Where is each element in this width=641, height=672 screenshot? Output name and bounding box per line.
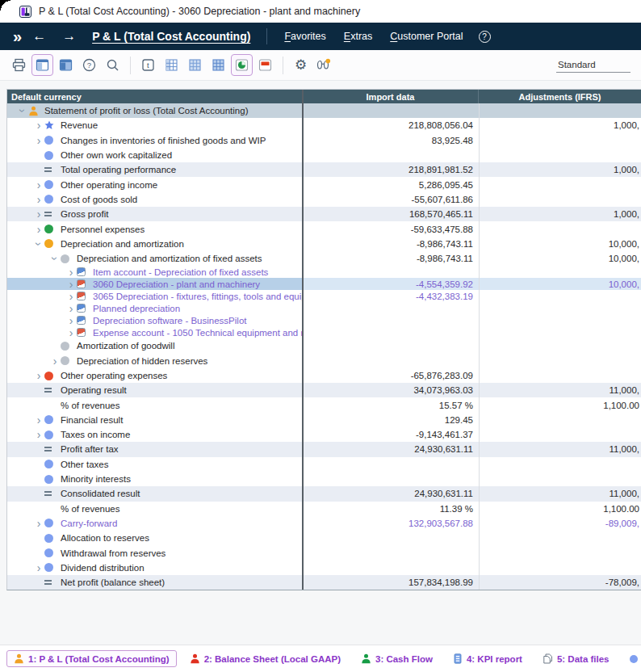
tree-row[interactable]: Amortization of goodwill bbox=[7, 338, 641, 353]
tree-row[interactable]: Operating result34,073,963.0311,000, bbox=[7, 383, 641, 397]
print-button[interactable] bbox=[8, 54, 30, 76]
search-button[interactable] bbox=[102, 54, 124, 76]
import-data-value bbox=[303, 266, 479, 278]
bottom-tab[interactable]: 3: Cash Flow bbox=[354, 650, 440, 667]
back-arrow-icon[interactable]: ← bbox=[24, 28, 54, 44]
tree-row[interactable]: ›Carry-forward132,903,567.88-89,009, bbox=[7, 516, 641, 531]
chevron-right-icon[interactable]: › bbox=[33, 135, 44, 146]
import-data-value: 15.57 % bbox=[303, 397, 479, 412]
chevron-right-icon[interactable]: › bbox=[33, 224, 44, 235]
grid-view-2-button[interactable] bbox=[184, 54, 206, 76]
column-header-adjustments-ifrs[interactable]: Adjustments (IFRS) bbox=[479, 90, 641, 103]
tree-row[interactable]: ›Taxes on income-9,143,461.37 bbox=[7, 427, 641, 442]
tree-row[interactable]: ›Revenue218,808,056.041,000, bbox=[7, 118, 641, 132]
chevron-down-icon[interactable]: › bbox=[49, 253, 61, 264]
tree-row[interactable]: Allocation to reserves bbox=[7, 531, 641, 545]
find-values-button[interactable] bbox=[313, 54, 335, 76]
chevron-right-icon[interactable]: › bbox=[33, 208, 44, 220]
column-header-default-currency[interactable]: Default currency bbox=[7, 90, 303, 103]
chevron-right-icon[interactable]: › bbox=[65, 267, 77, 278]
tree-row[interactable]: ›Expense account - 1050 Technical equipm… bbox=[7, 326, 641, 338]
split-view-button[interactable] bbox=[31, 54, 53, 76]
profile-selector[interactable]: Standard bbox=[556, 57, 631, 73]
tree-row[interactable]: ›3065 Depreciation - fixtures, fittings,… bbox=[7, 290, 641, 302]
tree-row[interactable]: ›3060 Depreciation - plant and machinery… bbox=[7, 278, 641, 290]
panel-view-button[interactable] bbox=[55, 54, 77, 76]
tree-row[interactable]: ›Financial result129.45 bbox=[7, 413, 641, 427]
tree-row[interactable]: Total operating performance218,891,981.5… bbox=[7, 162, 641, 177]
tree-row[interactable]: ›Depreciation software - BusinessPilot bbox=[7, 314, 641, 326]
chevron-right-icon[interactable]: › bbox=[65, 279, 77, 290]
chevron-right-icon[interactable]: › bbox=[65, 315, 77, 326]
tree-row[interactable]: ›Other operating expenses-65,876,283.09 bbox=[7, 368, 641, 383]
chevron-down-icon[interactable]: › bbox=[33, 238, 44, 250]
row-label-cell: ›Other operating income bbox=[7, 177, 303, 191]
chevron-right-icon[interactable]: › bbox=[33, 562, 44, 573]
row-label-cell: ›Other operating expenses bbox=[7, 368, 303, 383]
bottom-tab[interactable]: 2: Balance Sheet (Local GAAP) bbox=[182, 650, 348, 667]
adjustments-ifrs-value bbox=[479, 148, 641, 162]
chevron-right-icon[interactable]: › bbox=[49, 355, 61, 367]
chevron-right-icon[interactable]: › bbox=[65, 327, 77, 338]
tree-row[interactable]: ›Other operating income5,286,095.45 bbox=[7, 177, 641, 191]
tree-row[interactable]: Other own work capitalized bbox=[7, 148, 641, 162]
bottom-tab[interactable]: 4: KPI report bbox=[446, 650, 530, 667]
tree-row[interactable]: Minority interests bbox=[7, 472, 641, 486]
nav-menu-item[interactable]: Customer Portal bbox=[390, 31, 463, 42]
expand-sidebar-icon[interactable]: » bbox=[10, 27, 24, 46]
tree-row[interactable]: Other taxes bbox=[7, 457, 641, 472]
bottom-tab[interactable]: 5: Data files bbox=[535, 650, 617, 667]
current-view-title[interactable]: P & L (Total Cost Accounting) bbox=[92, 30, 250, 43]
data-cube-button[interactable] bbox=[231, 54, 253, 76]
grid-view-1-button[interactable] bbox=[161, 54, 182, 76]
tab-label: 4: KPI report bbox=[467, 654, 522, 664]
text-view-button[interactable]: t bbox=[137, 54, 159, 76]
tree-row[interactable]: ›Depreciation and amortization-8,986,743… bbox=[7, 237, 641, 251]
row-label: Carry-forward bbox=[59, 519, 117, 528]
report-button[interactable] bbox=[254, 54, 276, 76]
column-header-import-data[interactable]: Import data bbox=[303, 90, 479, 103]
bottom-tab[interactable]: 6: Other own work capit bbox=[622, 651, 641, 667]
tree-row[interactable]: % of revenues11.39 %1,100.00 bbox=[7, 502, 641, 516]
tree-row[interactable]: ›Planned depreciation bbox=[7, 302, 641, 314]
adjustments-ifrs-value bbox=[479, 302, 641, 314]
row-label: % of revenues bbox=[59, 504, 120, 514]
adjustments-ifrs-value bbox=[479, 314, 641, 326]
grid-view-3-button[interactable] bbox=[207, 54, 229, 76]
chevron-right-icon[interactable]: › bbox=[33, 179, 44, 191]
tree-row[interactable]: ›Dividend distribution bbox=[7, 561, 641, 575]
settings-gear-button[interactable]: ⚙ bbox=[290, 54, 312, 76]
help-icon[interactable]: ? bbox=[479, 31, 491, 43]
chevron-right-icon[interactable]: › bbox=[65, 291, 77, 302]
tree-row[interactable]: ›Changes in inventories of finished good… bbox=[7, 133, 641, 148]
row-label: Gross profit bbox=[59, 209, 108, 219]
tree-row[interactable]: ›Cost of goods sold-55,607,611.86 bbox=[7, 192, 641, 207]
tree-row[interactable]: Withdrawal from reserves bbox=[7, 545, 641, 560]
import-data-value: 129.45 bbox=[303, 413, 479, 427]
chevron-down-icon[interactable]: › bbox=[17, 105, 28, 116]
tree-row[interactable]: ›Statement of profit or loss (Total Cost… bbox=[7, 103, 641, 118]
tree-row[interactable]: ›Item account - Depreciation of fixed as… bbox=[7, 266, 641, 278]
tree-row[interactable]: ›Personnel expenses-59,633,475.88 bbox=[7, 221, 641, 236]
help-button[interactable]: ? bbox=[78, 54, 100, 76]
tree-row[interactable]: % of revenues15.57 %1,100.00 bbox=[7, 397, 641, 412]
chevron-right-icon[interactable]: › bbox=[33, 414, 44, 426]
tree-row[interactable]: Profit after tax24,930,631.1111,000, bbox=[7, 442, 641, 456]
nav-menu-item[interactable]: Favorites bbox=[284, 31, 325, 42]
tree-row[interactable]: ›Depreciation of hidden reserves bbox=[7, 354, 641, 368]
application-window: P & L (Total Cost Accounting) - 3060 Dep… bbox=[0, 0, 641, 672]
chevron-right-icon[interactable]: › bbox=[33, 370, 44, 381]
tree-row[interactable]: Net profit (balance sheet)157,834,198.99… bbox=[7, 575, 641, 590]
tree-row[interactable]: Consolidated result24,930,631.1111,000, bbox=[7, 486, 641, 501]
chevron-right-icon[interactable]: › bbox=[33, 518, 44, 529]
chevron-right-icon[interactable]: › bbox=[33, 429, 44, 440]
chevron-right-icon[interactable]: › bbox=[33, 194, 44, 205]
chevron-right-icon[interactable]: › bbox=[65, 303, 77, 314]
chevron-right-icon[interactable]: › bbox=[33, 120, 44, 131]
tree-row[interactable]: ›Depreciation and amortization of fixed … bbox=[7, 251, 641, 266]
bottom-tab[interactable]: 1: P & L (Total Cost Accounting) bbox=[6, 650, 177, 667]
tree-row[interactable]: ›Gross profit168,570,465.111,000, bbox=[7, 207, 641, 221]
nav-menu-item[interactable]: Extras bbox=[344, 31, 372, 42]
forward-arrow-icon[interactable]: → bbox=[54, 28, 84, 44]
column-splitter[interactable] bbox=[302, 90, 304, 590]
